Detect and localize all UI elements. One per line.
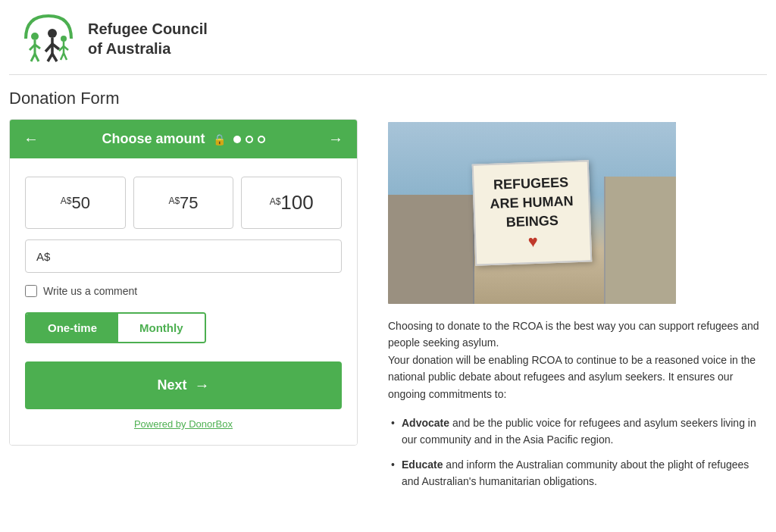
site-header: Refugee Council of Australia <box>9 0 767 75</box>
next-button[interactable]: Next → <box>25 361 342 409</box>
step-dot-2 <box>246 136 253 143</box>
next-label: Next <box>157 377 186 393</box>
right-content: REFUGEES ARE HUMAN BEINGS ♥ Choosing to … <box>388 119 767 498</box>
desc2-text: Your donation will be enabling RCOA to c… <box>388 354 756 400</box>
custom-prefix-label: A$ <box>36 250 50 263</box>
protest-sign: REFUGEES ARE HUMAN BEINGS ♥ <box>472 161 593 266</box>
form-header-center: Choose amount 🔒 <box>102 131 264 147</box>
promo-image: REFUGEES ARE HUMAN BEINGS ♥ <box>388 122 676 304</box>
step-dot-1 <box>233 136 241 143</box>
desc1-text: Choosing to donate to the RCOA is the be… <box>388 320 759 349</box>
step-indicators <box>233 136 265 143</box>
page-title: Donation Form <box>9 89 767 108</box>
preset-amounts-row: A$50 A$75 A$100 <box>25 177 342 229</box>
form-back-button[interactable]: ← <box>23 130 39 148</box>
comment-row: Write us a comment <box>25 285 342 297</box>
commitment-bold-1: Advocate <box>402 417 449 429</box>
next-arrow-icon: → <box>195 377 210 394</box>
amount-button-75[interactable]: A$75 <box>133 177 234 229</box>
one-time-button[interactable]: One-time <box>27 314 118 342</box>
custom-amount-container: A$ <box>25 239 342 273</box>
powered-by: Powered by DonorBox <box>25 418 342 430</box>
custom-amount-input[interactable] <box>52 249 330 263</box>
logo-icon <box>18 12 79 65</box>
monthly-button[interactable]: Monthly <box>118 314 205 342</box>
form-header: ← Choose amount 🔒 → <box>10 120 357 158</box>
svg-point-6 <box>48 29 57 38</box>
comment-checkbox[interactable] <box>25 285 37 297</box>
amount-button-100[interactable]: A$100 <box>241 177 342 229</box>
main-layout: ← Choose amount 🔒 → A$50 <box>9 119 767 498</box>
logo-container: Refugee Council of Australia <box>18 12 208 65</box>
form-body: A$50 A$75 A$100 A$ Writ <box>10 158 357 445</box>
donorbox-link[interactable]: Powered by DonorBox <box>134 418 233 430</box>
commitment-rest-1: and be the public voice for refugees and… <box>402 417 756 446</box>
form-forward-button[interactable]: → <box>328 130 343 148</box>
list-item: Educate and inform the Australian commun… <box>388 456 767 490</box>
sign-heart-icon: ♥ <box>491 230 575 253</box>
step-dot-3 <box>258 136 265 143</box>
frequency-row: One-time Monthly <box>25 312 206 343</box>
promo-image-bg: REFUGEES ARE HUMAN BEINGS ♥ <box>388 122 676 304</box>
commitments-list: Advocate and be the public voice for ref… <box>388 415 767 490</box>
donation-form-card: ← Choose amount 🔒 → A$50 <box>9 119 358 446</box>
lock-icon: 🔒 <box>213 133 226 146</box>
form-step-title: Choose amount <box>102 131 205 147</box>
commitment-bold-2: Educate <box>402 458 443 471</box>
svg-line-11 <box>52 54 57 61</box>
logo-text: Refugee Council of Australia <box>88 19 208 58</box>
commitment-rest-2: and inform the Australian community abou… <box>402 458 749 487</box>
list-item: Advocate and be the public voice for ref… <box>388 415 767 449</box>
sign-text-line2: ARE HUMAN <box>490 192 574 214</box>
svg-line-5 <box>35 54 39 61</box>
svg-point-0 <box>31 33 39 40</box>
comment-label[interactable]: Write us a comment <box>43 285 137 297</box>
svg-point-12 <box>61 36 67 42</box>
svg-line-17 <box>64 53 67 60</box>
amount-button-50[interactable]: A$50 <box>25 177 126 229</box>
description-paragraph-1: Choosing to donate to the RCOA is the be… <box>388 318 767 402</box>
